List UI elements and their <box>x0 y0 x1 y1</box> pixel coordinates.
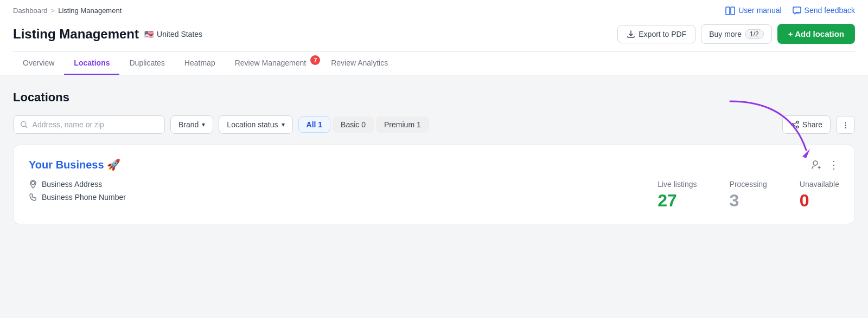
stat-processing: Processing 3 <box>730 180 767 211</box>
unavailable-label: Unavailable <box>800 180 839 189</box>
page-title: Listing Management <box>13 27 139 42</box>
filter-tab-premium[interactable]: Premium 1 <box>376 116 429 133</box>
export-pdf-button[interactable]: Export to PDF <box>617 25 695 43</box>
phone-line: Business Phone Number <box>29 193 159 202</box>
location-status-chevron-icon: ▾ <box>282 121 285 128</box>
svg-rect-1 <box>731 7 735 15</box>
main-content: Locations Brand ▾ Location status ▾ All … <box>0 75 868 239</box>
business-name: Your Business 🚀 <box>29 158 120 171</box>
header-actions: Export to PDF Buy more 1/2 + Add locatio… <box>617 24 855 44</box>
tabs-row: Overview Locations Duplicates Heatmap Re… <box>13 51 855 75</box>
processing-label: Processing <box>730 180 767 189</box>
live-listings-value: 27 <box>658 191 677 211</box>
flag-icon: 🇺🇸 <box>144 30 154 38</box>
svg-point-8 <box>813 161 818 165</box>
tab-locations[interactable]: Locations <box>64 52 119 75</box>
brand-filter-button[interactable]: Brand ▾ <box>170 115 213 134</box>
buy-more-label: Buy more <box>709 30 742 38</box>
search-input-wrap[interactable] <box>13 115 165 134</box>
filters-row: Brand ▾ Location status ▾ All 1 Basic 0 … <box>13 115 855 134</box>
filter-basic-label: Basic 0 <box>341 120 366 129</box>
country-badge: 🇺🇸 United States <box>144 30 202 38</box>
business-address: Business Address <box>42 180 102 189</box>
filter-tabs: All 1 Basic 0 Premium 1 <box>298 116 429 133</box>
add-user-card-button[interactable] <box>811 159 822 170</box>
send-feedback-label: Send feedback <box>805 6 855 15</box>
svg-point-5 <box>796 121 799 124</box>
add-location-button[interactable]: + Add location <box>777 24 855 44</box>
share-button[interactable]: Share <box>782 115 831 134</box>
location-pin-icon <box>29 180 37 189</box>
tab-review-management[interactable]: Review Management 7 <box>225 52 322 75</box>
add-location-label: + Add location <box>788 29 844 38</box>
user-manual-link[interactable]: User manual <box>725 5 781 15</box>
page-header: Listing Management 🇺🇸 United States Expo… <box>13 18 855 51</box>
top-actions: User manual Send feedback <box>725 5 855 15</box>
share-label: Share <box>802 120 822 129</box>
card-info: Business Address Business Phone Number L… <box>29 180 839 211</box>
business-phone: Business Phone Number <box>42 193 126 202</box>
brand-chevron-icon: ▾ <box>202 121 205 128</box>
location-status-label: Location status <box>227 120 278 129</box>
search-input[interactable] <box>33 120 158 129</box>
more-card-options-button[interactable]: ⋮ <box>828 158 839 171</box>
svg-point-4 <box>792 124 794 126</box>
location-card-container: Your Business 🚀 ⋮ <box>13 145 855 224</box>
more-card-icon: ⋮ <box>828 158 839 171</box>
send-feedback-link[interactable]: Send feedback <box>793 5 855 15</box>
stat-unavailable: Unavailable 0 <box>800 180 839 211</box>
tab-heatmap[interactable]: Heatmap <box>175 52 225 75</box>
export-label: Export to PDF <box>639 30 686 38</box>
breadcrumb-home[interactable]: Dashboard <box>13 7 48 15</box>
address-line: Business Address <box>29 180 159 189</box>
breadcrumb: Dashboard > Listing Management <box>13 7 122 15</box>
tab-overview[interactable]: Overview <box>13 52 64 75</box>
search-icon <box>20 120 28 129</box>
export-icon <box>627 30 635 38</box>
stat-live-listings: Live listings 27 <box>658 180 697 211</box>
country-name: United States <box>157 30 202 38</box>
more-options-icon: ⋮ <box>842 121 849 129</box>
card-header: Your Business 🚀 ⋮ <box>29 158 839 171</box>
filter-premium-label: Premium 1 <box>384 120 421 129</box>
breadcrumb-current: Listing Management <box>58 7 122 15</box>
filter-all-label: All 1 <box>307 120 323 129</box>
review-management-badge: 7 <box>310 55 320 65</box>
share-icon <box>790 120 799 129</box>
breadcrumb-separator: > <box>51 7 55 15</box>
stats-group: Live listings 27 Processing 3 Unavailabl… <box>658 180 839 211</box>
locations-title: Locations <box>13 90 69 105</box>
page-title-group: Listing Management 🇺🇸 United States <box>13 27 202 42</box>
tab-duplicates[interactable]: Duplicates <box>119 52 174 75</box>
processing-value: 3 <box>730 191 739 211</box>
user-manual-icon <box>725 5 735 15</box>
svg-point-9 <box>31 181 35 185</box>
unavailable-value: 0 <box>800 191 809 211</box>
svg-rect-0 <box>726 7 730 15</box>
user-manual-label: User manual <box>738 6 781 15</box>
live-listings-label: Live listings <box>658 180 697 189</box>
location-card: Your Business 🚀 ⋮ <box>13 145 855 224</box>
brand-filter-label: Brand <box>178 120 199 129</box>
tab-review-analytics[interactable]: Review Analytics <box>321 52 398 75</box>
add-user-icon <box>811 159 822 170</box>
card-actions: ⋮ <box>811 158 839 171</box>
location-status-filter-button[interactable]: Location status ▾ <box>219 115 292 134</box>
buy-more-button[interactable]: Buy more 1/2 <box>701 24 772 44</box>
locations-header: Locations <box>13 90 855 105</box>
more-options-button[interactable]: ⋮ <box>836 116 855 134</box>
phone-icon <box>29 193 37 202</box>
svg-point-6 <box>796 126 799 128</box>
filter-tab-all[interactable]: All 1 <box>298 116 331 133</box>
feedback-icon <box>793 5 801 15</box>
address-info: Business Address Business Phone Number <box>29 180 159 202</box>
filter-tab-basic[interactable]: Basic 0 <box>333 116 374 133</box>
buy-more-count: 1/2 <box>745 29 764 39</box>
